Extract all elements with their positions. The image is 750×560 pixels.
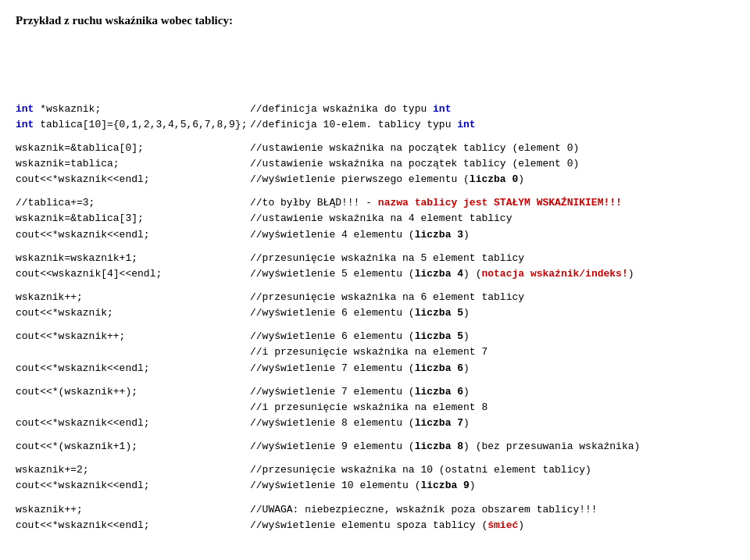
comment-cell: //definicja 10-elem. tablicy typu int [250,117,734,133]
comment-cell: //i przesunięcie wskaźnika na element 8 [250,400,734,416]
comment-cell: //wyświetlenie 5 elementu (liczba 4) (no… [250,266,734,282]
code-cell [16,344,250,360]
code-cell: cout<<*wskaznik; [16,305,250,321]
code-cell: cout<<*wskaznik<<endl; [16,172,250,187]
code-cell: cout<<*wskaznik<<endl; [16,361,250,376]
code-cell: wskaznik++; [16,290,250,305]
bold-text: liczba 6 [415,362,463,374]
code-row: cout<<wskaznik[4]<<endl; //wyświetlenie … [16,266,734,282]
code-row: cout<<*wskaznik<<endl; //wyświetlenie el… [16,518,734,533]
bold-text: liczba 3 [415,229,463,241]
comment-cell: //wyświetlenie 9 elementu (liczba 8) (be… [250,439,734,455]
comment-cell: //wyświetlenie 8 elementu (liczba 7) [250,416,734,431]
code-row: cout<<*wskaznik<<endl; //wyświetlenie pi… [16,172,734,187]
code-row: //i przesunięcie wskaźnika na element 8 [16,400,734,416]
comment-cell: //wyświetlenie 6 elementu (liczba 5) [250,305,734,321]
code-row: cout<<*wskaznik<<endl; //wyświetlenie 10… [16,478,734,494]
code-cell: wskaznik++; [16,502,250,518]
error-text: nazwa tablicy jest STAŁYM WSKAŹNIKIEM!!! [378,197,622,209]
code-row: wskaznik=wskaznik+1; //przesunięcie wska… [16,251,734,266]
code-cell: wskaznik=tablica; [16,156,250,172]
code-cell: wskaznik+=2; [16,462,250,478]
keyword-inline: int [457,119,475,130]
comment-cell: //przesunięcie wskaźnika na 6 element ta… [250,290,734,305]
code-row: wskaznik++; //UWAGA: niebezpieczne, wska… [16,502,734,518]
code-row: //i przesunięcie wskaźnika na element 7 [16,344,734,360]
code-row: int tablica[10]={0,1,2,3,4,5,6,7,8,9}; /… [16,117,734,133]
smiec-text: śmieć [488,519,518,531]
keyword: int [16,119,34,130]
comment-cell: //ustawienie wskaźnika na początek tabli… [250,156,734,172]
spacer [16,455,734,462]
code-row: cout<<*(wskaznik+1); //wyświetlenie 9 el… [16,439,734,455]
page-container: Przykład z ruchu wskaźnika wobec tablicy… [16,14,734,560]
bold-text: liczba 9 [420,480,469,491]
spacer [16,243,734,251]
comment-cell: //wyświetlenie 10 elementu (liczba 9) [250,478,734,494]
code-cell: int *wskaznik; [16,102,250,117]
spacer [16,321,734,329]
code-cell: int tablica[10]={0,1,2,3,4,5,6,7,8,9}; [16,117,250,133]
code-row: wskaznik++; //przesunięcie wskaźnika na … [16,290,734,305]
code-cell: cout<<*wskaznik++; [16,329,250,344]
code-table-1: int *wskaznik; //definicja wskaźnika do … [16,102,734,533]
code-row: cout<<*wskaznik++; //wyświetlenie 6 elem… [16,329,734,344]
code-cell: cout<<*(wskaznik+1); [16,439,250,455]
comment-cell: //wyświetlenie 4 elementu (liczba 3) [250,227,734,243]
code-content: int *wskaznik; //definicja wskaźnika do … [16,38,734,560]
code-cell: wskaznik=&tablica[0]; [16,141,250,156]
comment-cell: //wyświetlenie elementu spoza tablicy (ś… [250,518,734,533]
comment-cell: //definicja wskaźnika do typu int [250,102,734,117]
bold-text: liczba 5 [415,330,463,342]
comment-cell: //i przesunięcie wskaźnika na element 7 [250,344,734,360]
bold-text: liczba 0 [470,173,518,185]
keyword: int [16,103,34,115]
code-row: cout<<*wskaznik<<endl; //wyświetlenie 4 … [16,227,734,243]
spacer [16,187,734,195]
code-cell [16,400,250,416]
spacer [16,133,734,141]
code-cell: cout<<*wskaznik<<endl; [16,416,250,431]
bold-text: liczba 6 [415,386,463,398]
code-cell: cout<<*wskaznik<<endl; [16,478,250,494]
code-row: cout<<*wskaznik; //wyświetlenie 6 elemen… [16,305,734,321]
code-row: //tablica+=3; //to byłby BŁĄD!!! - nazwa… [16,195,734,211]
code-cell: cout<<wskaznik[4]<<endl; [16,266,250,282]
bold-text: liczba 5 [415,307,463,319]
spacer [16,376,734,384]
bold-text: liczba 4 [415,268,463,280]
comment-cell: //wyświetlenie 7 elementu (liczba 6) [250,384,734,400]
code-row: wskaznik=&tablica[0]; //ustawienie wskaź… [16,141,734,156]
comment-cell: //wyświetlenie pierwszego elementu (licz… [250,172,734,187]
code-row: cout<<*wskaznik<<endl; //wyświetlenie 8 … [16,416,734,431]
page-title: Przykład z ruchu wskaźnika wobec tablicy… [16,14,734,27]
spacer [16,282,734,290]
code-row: cout<<*wskaznik<<endl; //wyświetlenie 7 … [16,361,734,376]
code-row: wskaznik=&tablica[3]; //ustawienie wskaź… [16,211,734,226]
notation-text: notacja wskaźnik/indeks! [481,268,627,280]
code-row: cout<<*(wskaznik++); //wyświetlenie 7 el… [16,384,734,400]
code-cell: wskaznik=&tablica[3]; [16,211,250,226]
comment-cell: //UWAGA: niebezpieczne, wskaźnik poza ob… [250,502,734,518]
code-row: int *wskaznik; //definicja wskaźnika do … [16,102,734,117]
comment-cell: //ustawienie wskaźnika na początek tabli… [250,141,734,156]
code-cell: //tablica+=3; [16,195,250,211]
bold-text: liczba 8 [415,441,463,452]
bold-text: liczba 7 [415,417,463,429]
keyword-inline: int [433,103,451,115]
comment-cell: //to byłby BŁĄD!!! - nazwa tablicy jest … [250,195,734,211]
comment-cell: //przesunięcie wskaźnika na 10 (ostatni … [250,462,734,478]
spacer [16,494,734,502]
code-cell: cout<<*wskaznik<<endl; [16,518,250,533]
code-cell: wskaznik=wskaznik+1; [16,251,250,266]
comment-cell: //wyświetlenie 6 elementu (liczba 5) [250,329,734,344]
code-cell: cout<<*(wskaznik++); [16,384,250,400]
code-cell: cout<<*wskaznik<<endl; [16,227,250,243]
comment-cell: //wyświetlenie 7 elementu (liczba 6) [250,361,734,376]
comment-cell: //przesunięcie wskaźnika na 5 element ta… [250,251,734,266]
comment-cell: //ustawienie wskaźnika na 4 element tabl… [250,211,734,226]
code-row: wskaznik+=2; //przesunięcie wskaźnika na… [16,462,734,478]
spacer [16,431,734,439]
code-row: wskaznik=tablica; //ustawienie wskaźnika… [16,156,734,172]
